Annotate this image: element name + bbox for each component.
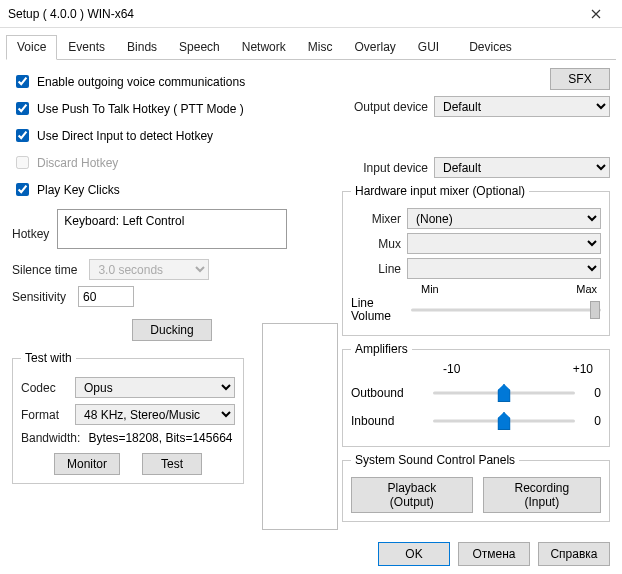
playback-button[interactable]: Playback (Output)	[351, 477, 473, 513]
tab-gui[interactable]: GUI	[407, 35, 450, 60]
tab-bar: Voice Events Binds Speech Network Misc O…	[6, 34, 616, 60]
ducking-button[interactable]: Ducking	[132, 319, 212, 341]
silence-label: Silence time	[12, 263, 77, 277]
chk-enable-outgoing[interactable]: Enable outgoing voice communications	[12, 72, 332, 91]
mux-label: Mux	[351, 237, 401, 251]
bandwidth-value: Bytes=18208, Bits=145664	[88, 431, 232, 445]
close-icon[interactable]	[576, 3, 616, 25]
tab-overlay[interactable]: Overlay	[343, 35, 406, 60]
monitor-button[interactable]: Monitor	[54, 453, 120, 475]
amp-max-label: +10	[573, 362, 593, 376]
tab-misc[interactable]: Misc	[297, 35, 344, 60]
chk-ptt-label: Use Push To Talk Hotkey ( PTT Mode )	[37, 102, 244, 116]
output-device-select[interactable]: Default	[434, 96, 610, 117]
sensitivity-row: Sensitivity	[12, 286, 332, 307]
mixer-group: Hardware input mixer (Optional) Mixer (N…	[342, 184, 610, 336]
chk-discard-box	[16, 156, 29, 169]
line-select[interactable]	[407, 258, 601, 279]
hotkey-row: Hotkey Keyboard: Left Control	[12, 209, 332, 249]
chk-directinput[interactable]: Use Direct Input to detect Hotkey	[12, 126, 332, 145]
outbound-value: 0	[581, 386, 601, 400]
mixer-label: Mixer	[351, 212, 401, 226]
vol-max-label: Max	[576, 283, 597, 295]
outbound-label: Outbound	[351, 386, 427, 400]
hotkey-label: Hotkey	[12, 227, 49, 241]
chk-discard-label: Discard Hotkey	[37, 156, 118, 170]
preview-box	[262, 323, 338, 530]
chk-enable-outgoing-label: Enable outgoing voice communications	[37, 75, 245, 89]
silence-row: Silence time 3.0 seconds	[12, 259, 332, 280]
mux-select[interactable]	[407, 233, 601, 254]
chk-enable-outgoing-box[interactable]	[16, 75, 29, 88]
tab-devices[interactable]: Devices	[458, 35, 523, 60]
titlebar: Setup ( 4.0.0 ) WIN-x64	[0, 0, 622, 28]
codec-select[interactable]: Opus	[75, 377, 235, 398]
amp-min-label: -10	[443, 362, 460, 376]
format-label: Format	[21, 408, 69, 422]
outbound-slider[interactable]	[433, 382, 575, 404]
line-label: Line	[351, 262, 401, 276]
test-with-group: Test with Codec Opus Format 48 KHz, Ster…	[12, 351, 244, 484]
hotkey-input[interactable]: Keyboard: Left Control	[57, 209, 287, 249]
help-button[interactable]: Справка	[538, 542, 610, 566]
sensitivity-label: Sensitivity	[12, 290, 66, 304]
format-select[interactable]: 48 KHz, Stereo/Music	[75, 404, 235, 425]
input-device-label: Input device	[342, 161, 428, 175]
output-device-label: Output device	[342, 100, 428, 114]
recording-button[interactable]: Recording (Input)	[483, 477, 601, 513]
tab-binds[interactable]: Binds	[116, 35, 168, 60]
window-title: Setup ( 4.0.0 ) WIN-x64	[8, 7, 134, 21]
vol-min-label: Min	[421, 283, 439, 295]
ok-button[interactable]: OK	[378, 542, 450, 566]
tab-speech[interactable]: Speech	[168, 35, 231, 60]
amplifiers-group: Amplifiers -10 +10 Outbound 0 Inbound	[342, 342, 610, 447]
chk-playclicks-label: Play Key Clicks	[37, 183, 120, 197]
system-panels-legend: System Sound Control Panels	[351, 453, 519, 467]
test-with-legend: Test with	[21, 351, 76, 365]
line-volume-label: Line Volume	[351, 297, 405, 323]
mixer-select[interactable]: (None)	[407, 208, 601, 229]
right-column: SFX Output device Default Input device D…	[342, 68, 610, 528]
codec-label: Codec	[21, 381, 69, 395]
mixer-legend: Hardware input mixer (Optional)	[351, 184, 529, 198]
test-button[interactable]: Test	[142, 453, 202, 475]
silence-select[interactable]: 3.0 seconds	[89, 259, 209, 280]
system-panels-group: System Sound Control Panels Playback (Ou…	[342, 453, 610, 522]
input-device-select[interactable]: Default	[434, 157, 610, 178]
chk-directinput-box[interactable]	[16, 129, 29, 142]
inbound-value: 0	[581, 414, 601, 428]
chk-ptt-box[interactable]	[16, 102, 29, 115]
inbound-slider[interactable]	[433, 410, 575, 432]
sfx-button[interactable]: SFX	[550, 68, 610, 90]
inbound-label: Inbound	[351, 414, 427, 428]
chk-ptt[interactable]: Use Push To Talk Hotkey ( PTT Mode )	[12, 99, 332, 118]
chk-playclicks-box[interactable]	[16, 183, 29, 196]
dialog-footer: OK Отмена Справка	[378, 542, 610, 566]
amplifiers-legend: Amplifiers	[351, 342, 412, 356]
tab-voice[interactable]: Voice	[6, 35, 57, 60]
line-volume-slider[interactable]	[411, 299, 601, 321]
bandwidth-label: Bandwidth:	[21, 431, 80, 445]
sensitivity-input[interactable]	[78, 286, 134, 307]
chk-discard: Discard Hotkey	[12, 153, 332, 172]
chk-playclicks[interactable]: Play Key Clicks	[12, 180, 332, 199]
cancel-button[interactable]: Отмена	[458, 542, 530, 566]
tab-events[interactable]: Events	[57, 35, 116, 60]
tab-network[interactable]: Network	[231, 35, 297, 60]
chk-directinput-label: Use Direct Input to detect Hotkey	[37, 129, 213, 143]
